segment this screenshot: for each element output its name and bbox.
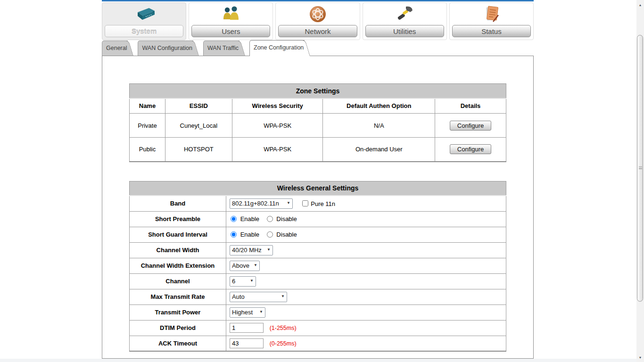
- scrollbar-thumb[interactable]: [637, 35, 643, 302]
- row-transmit-power: Transmit Power Highest ▼: [130, 304, 506, 320]
- nav-status-button[interactable]: Status: [452, 25, 531, 37]
- nav-item-network[interactable]: Network: [275, 2, 360, 40]
- router-icon: [102, 3, 186, 25]
- col-name: Name: [130, 99, 165, 114]
- tab-label: Zone Configuration: [254, 44, 304, 51]
- enable-label: Enable: [240, 215, 259, 222]
- nav-utilities-button[interactable]: Utilities: [365, 25, 444, 37]
- dtim-period-input[interactable]: [230, 323, 264, 333]
- row-channel-width: Channel Width 40/20 MHz ▼: [130, 242, 506, 258]
- tab-label: General: [106, 45, 127, 51]
- disable-label: Disable: [276, 231, 297, 238]
- tab-wan-traffic[interactable]: WAN Traffic: [203, 41, 239, 56]
- row-channel-width-extension: Channel Width Extension Above ▼: [130, 258, 506, 273]
- nav-item-utilities[interactable]: Utilities: [363, 2, 447, 40]
- channel-width-select[interactable]: 40/20 MHz: [230, 245, 273, 255]
- zone-settings-title: Zone Settings: [130, 84, 506, 99]
- zone-name: Public: [130, 138, 165, 162]
- tab-wan-configuration[interactable]: WAN Configuration: [138, 41, 193, 56]
- enable-label: Enable: [240, 231, 259, 238]
- tab-zone-configuration[interactable]: Zone Configuration: [249, 40, 305, 56]
- nav-system-button[interactable]: System: [105, 25, 183, 37]
- scrollbar[interactable]: ▲ ▼: [636, 0, 644, 362]
- zone-authen: N/A: [323, 114, 435, 138]
- row-ack-timeout: ACK Timeout (0-255ms): [130, 336, 506, 351]
- users-icon: [189, 3, 272, 25]
- zone-name: Private: [130, 114, 165, 138]
- zone-authen: On-demand User: [323, 138, 435, 162]
- short-guard-interval-disable-radio[interactable]: [267, 231, 273, 238]
- col-default-authen-option: Default Authen Option: [323, 99, 435, 114]
- content-panel: Zone Settings Name ESSID Wireless Securi…: [102, 56, 534, 359]
- transmit-power-label: Transmit Power: [130, 304, 226, 320]
- nav-item-users[interactable]: Users: [189, 2, 273, 40]
- table-row-private: Private Cuneyt_Local WPA-PSK N/A Configu…: [130, 114, 506, 138]
- row-short-preamble: Short Preamble Enable Disable: [130, 211, 506, 227]
- channel-width-extension-select[interactable]: Above: [230, 261, 260, 271]
- scroll-down-icon[interactable]: ▼: [636, 354, 644, 361]
- col-details: Details: [435, 99, 506, 114]
- page: System Users: [0, 0, 644, 362]
- band-select[interactable]: 802.11g+802.11n: [230, 198, 293, 209]
- channel-select[interactable]: 6: [230, 276, 256, 287]
- configure-private-button[interactable]: Configure: [450, 121, 491, 131]
- network-icon: [276, 3, 359, 25]
- zone-settings-header-row: Name ESSID Wireless Security Default Aut…: [130, 99, 506, 114]
- pure-11n-label: Pure 11n: [311, 200, 335, 207]
- max-transmit-rate-select[interactable]: Auto: [230, 292, 287, 302]
- row-band: Band 802.11g+802.11n ▼ Pure 11n: [130, 196, 506, 211]
- col-wireless-security: Wireless Security: [232, 99, 323, 114]
- channel-width-label: Channel Width: [130, 242, 226, 258]
- short-guard-interval-enable-radio[interactable]: [231, 231, 237, 238]
- row-dtim-period: DTIM Period (1-255ms): [130, 320, 506, 336]
- zone-settings-table: Zone Settings Name ESSID Wireless Securi…: [129, 83, 506, 162]
- channel-width-extension-label: Channel Width Extension: [130, 258, 226, 273]
- utilities-icon: [363, 3, 446, 25]
- status-icon: [450, 3, 533, 25]
- col-essid: ESSID: [165, 99, 232, 114]
- scrollbar-grip-icon: [639, 166, 642, 169]
- table-row-public: Public HOTSPOT WPA-PSK On-demand User Co…: [130, 138, 506, 162]
- row-channel: Channel 6 ▼: [130, 273, 506, 289]
- zone-security: WPA-PSK: [232, 138, 323, 162]
- ack-timeout-hint: (0-255ms): [270, 340, 297, 347]
- row-short-guard-interval: Short Guard Interval Enable Disable: [130, 227, 506, 242]
- short-preamble-enable-radio[interactable]: [231, 216, 237, 222]
- nav-users-button[interactable]: Users: [191, 25, 270, 37]
- tab-label: WAN Configuration: [142, 45, 192, 51]
- nav-item-status[interactable]: Status: [449, 2, 534, 40]
- bottom-strip: [0, 359, 636, 362]
- short-preamble-disable-radio[interactable]: [267, 216, 273, 222]
- row-max-transmit-rate: Max Transmit Rate Auto ▼: [130, 289, 506, 304]
- configure-public-button[interactable]: Configure: [450, 144, 491, 154]
- pure-11n-checkbox[interactable]: [302, 200, 308, 206]
- short-preamble-label: Short Preamble: [130, 211, 226, 227]
- nav-network-button[interactable]: Network: [278, 25, 357, 37]
- transmit-power-select[interactable]: Highest: [230, 307, 265, 318]
- tab-bar: General WAN Configuration WAN Traffic Zo…: [102, 40, 534, 56]
- zone-security: WPA-PSK: [232, 114, 323, 138]
- wireless-general-settings-title: Wireless General Settings: [130, 181, 506, 196]
- zone-essid: Cuneyt_Local: [165, 114, 232, 138]
- tab-general[interactable]: General: [102, 41, 128, 56]
- short-guard-interval-label: Short Guard Interval: [130, 227, 226, 242]
- disable-label: Disable: [276, 215, 297, 222]
- channel-label: Channel: [130, 273, 226, 289]
- main-nav: System Users: [102, 1, 534, 40]
- band-label: Band: [130, 196, 226, 211]
- max-transmit-rate-label: Max Transmit Rate: [130, 289, 226, 304]
- nav-item-system[interactable]: System: [102, 2, 186, 40]
- ack-timeout-input[interactable]: [230, 338, 264, 348]
- wireless-general-settings-table: Wireless General Settings Band 802.11g+8…: [129, 181, 506, 352]
- scroll-up-icon[interactable]: ▲: [636, 1, 644, 8]
- dtim-period-hint: (1-255ms): [270, 325, 297, 331]
- dtim-period-label: DTIM Period: [130, 320, 226, 336]
- tab-label: WAN Traffic: [207, 45, 239, 51]
- ack-timeout-label: ACK Timeout: [130, 336, 226, 351]
- app-container: System Users: [102, 0, 534, 359]
- zone-essid: HOTSPOT: [165, 138, 232, 162]
